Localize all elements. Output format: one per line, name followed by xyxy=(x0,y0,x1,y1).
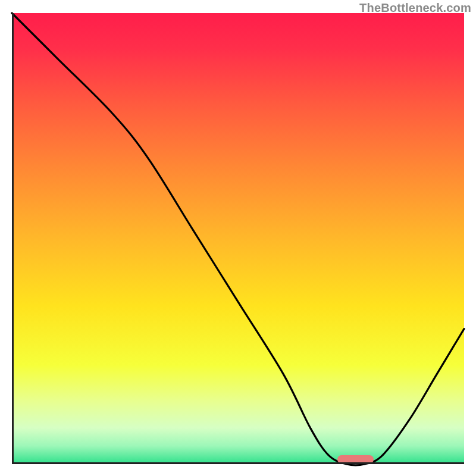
chart-container: TheBottleneck.com xyxy=(0,0,476,476)
plot-area xyxy=(12,13,464,464)
x-axis xyxy=(12,462,464,464)
bottleneck-curve xyxy=(12,13,464,464)
y-axis xyxy=(12,13,14,464)
